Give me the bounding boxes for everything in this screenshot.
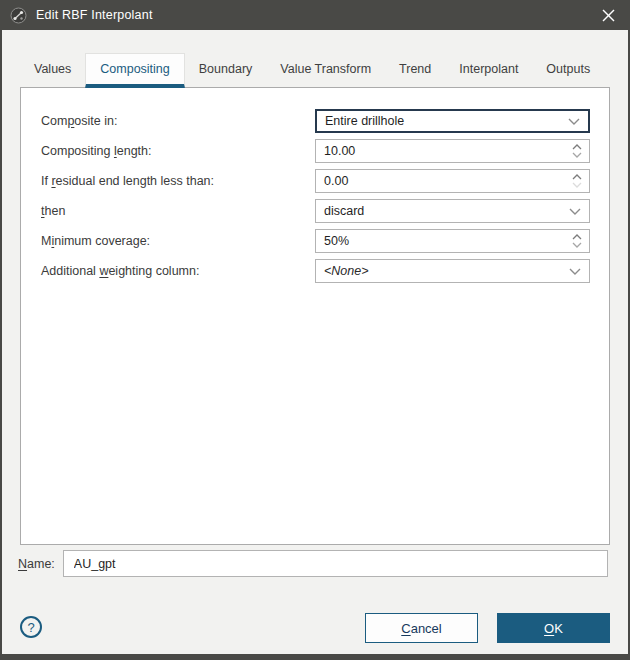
chevron-down-icon[interactable] [569,268,581,275]
tab-trend[interactable]: Trend [385,53,445,88]
spinner-up-icon[interactable] [572,174,582,180]
titlebar[interactable]: Edit RBF Interpolant [0,0,630,30]
spinner-down-icon[interactable] [572,242,582,248]
spinner-up-icon[interactable] [572,234,582,240]
name-row: Name: [18,550,608,577]
tab-value-transform[interactable]: Value Transform [266,53,385,88]
close-icon[interactable] [596,3,620,27]
compositing-length-spinner[interactable]: 10.00 [315,139,590,163]
composite-in-dropdown[interactable]: Entire drillhole [315,109,590,133]
ok-button[interactable]: OK [497,613,610,643]
minimum-coverage-spinner[interactable]: 50% [315,229,590,253]
spinner-down-icon [572,182,582,188]
then-label: then [41,204,65,218]
residual-end-length-spinner[interactable]: 0.00 [315,169,590,193]
spinner-up-icon[interactable] [572,144,582,150]
tab-values[interactable]: Values [20,53,85,88]
tab-boundary[interactable]: Boundary [185,53,267,88]
composite-in-label: Composite in: [41,114,117,128]
chevron-down-icon[interactable] [569,208,581,215]
help-icon[interactable]: ? [20,616,42,638]
additional-weighting-column-label: Additional weighting column: [41,264,199,278]
row-minimum-coverage: Minimum coverage: 50% [21,226,609,256]
tab-outputs[interactable]: Outputs [532,53,604,88]
compositing-length-label: Compositing length: [41,144,152,158]
compositing-panel: Composite in: Entire drillhole Compositi… [20,87,610,545]
row-additional-weighting-column: Additional weighting column: <None> [21,256,609,286]
window-title: Edit RBF Interpolant [36,8,153,22]
tab-bar: Values Compositing Boundary Value Transf… [20,53,604,88]
edit-rbf-interpolant-dialog: Edit RBF Interpolant Values Compositing … [0,0,630,660]
rbf-interpolant-icon [10,7,27,24]
chevron-down-icon[interactable] [568,118,580,125]
tab-interpolant[interactable]: Interpolant [445,53,532,88]
name-label: Name: [18,557,55,571]
additional-weighting-column-dropdown[interactable]: <None> [315,259,590,283]
name-input[interactable] [63,550,608,577]
cancel-button[interactable]: Cancel [365,613,478,643]
tab-compositing[interactable]: Compositing [85,53,184,88]
row-composite-in: Composite in: Entire drillhole [21,106,609,136]
minimum-coverage-label: Minimum coverage: [41,234,150,248]
row-then: then discard [21,196,609,226]
then-dropdown[interactable]: discard [315,199,590,223]
row-residual-end-length: If residual end length less than: 0.00 [21,166,609,196]
residual-end-length-label: If residual end length less than: [41,174,214,188]
row-compositing-length: Compositing length: 10.00 [21,136,609,166]
spinner-down-icon[interactable] [572,152,582,158]
